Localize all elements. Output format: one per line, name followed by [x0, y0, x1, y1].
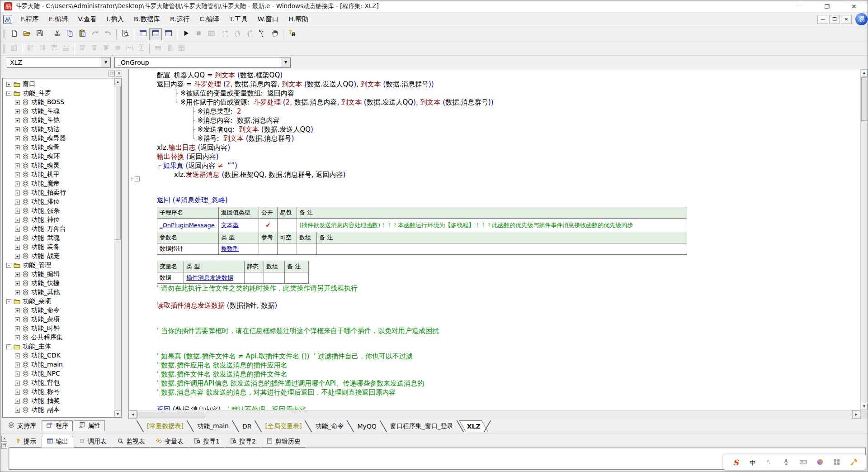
tree-item[interactable]: +功能_main	[4, 360, 113, 369]
tree-expand-icon[interactable]: +	[15, 281, 20, 286]
tree-expand-icon[interactable]: +	[15, 381, 20, 386]
v-scroll-up-icon[interactable]: ▲	[861, 69, 868, 76]
tree-scroll-thumb[interactable]	[115, 86, 121, 240]
tree-expand-icon[interactable]: -	[6, 344, 11, 349]
menu-item[interactable]: W.窗口	[253, 15, 283, 24]
tree-float-button[interactable]: ❐	[108, 71, 115, 76]
tree-expand-icon[interactable]: +	[15, 118, 20, 123]
assembly-combobox[interactable]: XLZ ▼	[7, 57, 111, 68]
tree-expand-icon[interactable]: +	[15, 200, 20, 205]
t2-del-row-button[interactable]	[60, 43, 71, 54]
t2-space-v-button[interactable]	[135, 43, 147, 54]
tree-item[interactable]: +功能_功法	[4, 125, 113, 134]
find-command-button[interactable]: ?	[286, 28, 298, 40]
tree-item[interactable]: +功能_战宠	[4, 252, 113, 261]
tree-expand-icon[interactable]: +	[15, 362, 20, 367]
tree-item[interactable]: +功能_副本	[4, 405, 113, 415]
tree-item[interactable]: +窗口	[4, 80, 113, 89]
t2-fit-height-button[interactable]	[164, 43, 175, 54]
t2-align-center-h-button[interactable]	[88, 43, 100, 54]
tree-item[interactable]: +功能_快捷	[4, 279, 113, 288]
tree-expand-icon[interactable]: +	[15, 372, 20, 377]
tree-expand-icon[interactable]: +	[15, 136, 20, 141]
tree-expand-icon[interactable]: +	[15, 209, 20, 214]
tree-scroll-up-icon[interactable]: ▲	[114, 78, 121, 85]
menu-item[interactable]: E.编辑	[44, 15, 73, 24]
tree-item[interactable]: +功能_NPC	[4, 369, 113, 378]
toolbar-grip[interactable]	[3, 44, 5, 53]
h-scroll-right-icon[interactable]: ▶	[852, 410, 860, 419]
tree-expand-icon[interactable]: +	[15, 109, 20, 114]
tree-item[interactable]: +功能_抽奖	[4, 396, 113, 405]
pause-hand-button[interactable]	[268, 28, 281, 40]
mdi-restore-button[interactable]: ❐	[829, 15, 840, 24]
document-tab[interactable]: 功能_main	[196, 420, 230, 432]
skin-icon[interactable]	[816, 458, 825, 467]
minimize-button[interactable]: —	[786, 0, 813, 12]
tree-expand-icon[interactable]: -	[6, 263, 11, 268]
tree-item[interactable]: +功能_编辑	[4, 270, 113, 279]
tree-item[interactable]: +功能_魂骨	[4, 143, 113, 152]
tree-expand-icon[interactable]: +	[15, 100, 20, 105]
undo-button[interactable]	[101, 28, 114, 40]
punct-icon[interactable]: °,	[765, 458, 774, 467]
tree-item[interactable]: +功能_BOSS	[4, 98, 113, 107]
tree-item[interactable]: +功能_武魂	[4, 234, 113, 243]
dock-tab-搜寻1[interactable]: 搜寻1	[189, 436, 225, 448]
zh-mode-icon[interactable]: 中	[748, 458, 757, 467]
tree-item[interactable]: +功能_魂灵	[4, 161, 113, 170]
tree-scroll-down-icon[interactable]: ▼	[114, 410, 121, 417]
tree-item[interactable]: +功能_称号	[4, 387, 113, 396]
tree-item[interactable]: +功能_神位	[4, 215, 113, 224]
h-scroll-thumb[interactable]	[137, 411, 205, 418]
window-layout-left-button[interactable]	[137, 28, 149, 40]
menu-item[interactable]: R.运行	[165, 15, 194, 24]
tree-item[interactable]: +功能_杂项	[4, 315, 113, 324]
tree-item[interactable]: +功能_万兽台	[4, 224, 113, 234]
v-scroll-thumb[interactable]	[861, 77, 867, 121]
tree-item[interactable]: +功能_魂环	[4, 152, 113, 161]
tree-expand-icon[interactable]: +	[15, 353, 20, 358]
workspace-tab-程序[interactable]: 程序	[42, 420, 73, 431]
t2-align-left-button[interactable]	[76, 43, 88, 54]
tree-expand-icon[interactable]: +	[15, 218, 20, 223]
code-editor[interactable]: 配置_机器人QQ = 到文本 (数据.框架QQ)返回内容 = 斗罗处理 (2, …	[128, 69, 860, 419]
mic-icon[interactable]	[782, 458, 791, 467]
tree-expand-icon[interactable]: +	[6, 82, 11, 87]
document-tab[interactable]: MyQQ	[356, 420, 377, 432]
dock-tab-搜寻2[interactable]: 搜寻2	[225, 436, 261, 448]
tree-expand-icon[interactable]: +	[15, 191, 20, 195]
tree-expand-icon[interactable]: +	[15, 317, 20, 322]
document-tab[interactable]: 窗口程序集_窗口_登录	[389, 420, 454, 432]
window-layout-grid-button[interactable]	[162, 28, 175, 40]
menu-item[interactable]: H.帮助	[283, 15, 313, 24]
tree-expand-icon[interactable]: +	[15, 254, 20, 259]
code-h-scrollbar[interactable]: ◀ ▶	[129, 410, 860, 419]
close-button[interactable]: ✕	[840, 0, 868, 12]
tree-expand-icon[interactable]: +	[15, 145, 20, 150]
tree-item[interactable]: +功能_机甲	[4, 170, 113, 179]
dock-tab-提示[interactable]: ??提示	[9, 436, 41, 448]
assembly-dropdown-arrow-icon[interactable]: ▼	[101, 57, 110, 67]
maximize-button[interactable]: ❐	[813, 0, 840, 12]
tree-expand-icon[interactable]: +	[15, 154, 20, 159]
tree-expand-icon[interactable]: +	[15, 308, 20, 313]
copy-button[interactable]	[63, 28, 76, 40]
tree-item[interactable]: +功能_排位	[4, 197, 113, 206]
tree-expand-icon[interactable]: +	[15, 127, 20, 132]
workspace-tab-支持库[interactable]: 支持库	[3, 420, 41, 431]
t2-del-col-button[interactable]	[36, 43, 48, 54]
stop-button[interactable]	[192, 28, 205, 40]
tree-item[interactable]: +功能_时钟	[4, 324, 113, 333]
grid-icon[interactable]	[832, 458, 841, 467]
toolbar-grip[interactable]	[3, 29, 5, 38]
tree-item[interactable]: -功能_斗罗	[4, 89, 113, 98]
new-file-button[interactable]	[8, 28, 20, 40]
t2-add-row-button[interactable]	[48, 43, 60, 54]
dock-tab-监视表[interactable]: 监视表	[112, 436, 150, 448]
menu-item[interactable]: F.程序	[16, 15, 44, 24]
step-over-button[interactable]: { }	[217, 28, 230, 40]
tree-item[interactable]: -功能_杂项	[4, 297, 113, 306]
tree-expand-icon[interactable]: +	[15, 335, 20, 340]
code-v-scrollbar[interactable]: ▲ ▼	[860, 69, 868, 419]
